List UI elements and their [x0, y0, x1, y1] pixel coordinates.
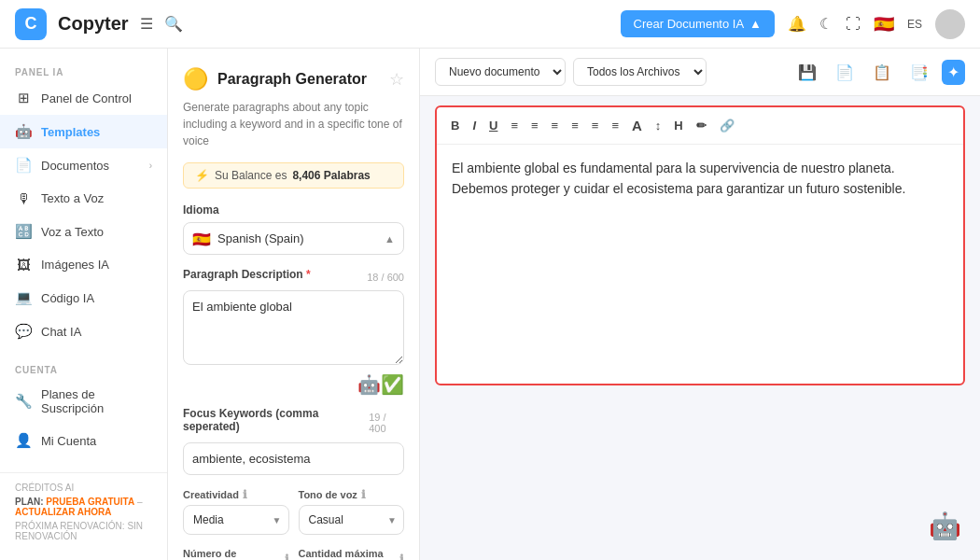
chat-icon: 💬	[15, 323, 32, 340]
logo-name: Copyter	[58, 13, 129, 35]
focus-label: Focus Keywords (comma seperated)	[183, 407, 369, 433]
creatividad-select-wrap: Media ▼	[183, 505, 289, 535]
sidebar-item-chat-ia[interactable]: 💬 Chat IA	[0, 315, 167, 348]
todos-archivos-select[interactable]: Todos los Archivos	[573, 58, 707, 86]
sidebar-item-label: Imágenes IA	[41, 258, 109, 272]
tono-label: Tono de voz ℹ	[299, 488, 405, 501]
duplicate-icon-button[interactable]: 📑	[904, 60, 934, 85]
line-height-button[interactable]: ↕	[651, 116, 666, 135]
sidebar-item-planes[interactable]: 🔧 Planes de Suscripción	[0, 379, 167, 424]
align-right-button[interactable]: ≡	[547, 116, 564, 135]
tono-select-wrap: Casual ▼	[299, 505, 405, 535]
creatividad-field: Creatividad ℹ Media ▼	[183, 488, 289, 535]
heading-button[interactable]: H	[669, 116, 687, 135]
ai-generate-button[interactable]: ✦	[942, 60, 965, 85]
required-star: *	[306, 268, 311, 281]
copy-icon-button[interactable]: 📋	[867, 60, 897, 85]
sidebar-item-label: Planes de Suscripción	[41, 387, 152, 415]
paragraph-field-row: Paragraph Description * 18 / 600	[183, 268, 404, 287]
italic-button[interactable]: I	[468, 116, 481, 135]
sidebar: PANEL IA ⊞ Panel de Control 🤖 Templates …	[0, 49, 168, 560]
user-icon: 👤	[15, 432, 32, 449]
creatividad-select[interactable]: Media	[183, 505, 289, 535]
language-label: ES	[907, 18, 922, 31]
idioma-flag: 🇪🇸	[192, 230, 211, 247]
unordered-list-button[interactable]: ≡	[607, 116, 623, 135]
plan-name[interactable]: PRUEBA GRATUITA	[46, 497, 134, 507]
dark-mode-icon[interactable]: ☾	[819, 15, 833, 33]
image-icon: 🖼	[15, 257, 32, 273]
favorite-star-icon[interactable]: ☆	[389, 69, 404, 90]
sidebar-item-imagenes-ia[interactable]: 🖼 Imágenes IA	[0, 248, 167, 281]
focus-char-count: 19 / 400	[369, 412, 404, 434]
chevron-up-icon: ▲	[749, 17, 762, 31]
sidebar-item-texto-voz[interactable]: 🎙 Texto a Voz	[0, 182, 167, 215]
underline-button[interactable]: U	[484, 116, 502, 135]
sidebar-item-templates[interactable]: 🤖 Templates	[0, 115, 167, 148]
align-center-button[interactable]: ≡	[526, 116, 543, 135]
justify-button[interactable]: ≡	[567, 116, 583, 135]
notifications-icon[interactable]: 🔔	[788, 15, 806, 33]
plan-upgrade-button[interactable]: ACTUALIZAR AHORA	[15, 507, 112, 517]
align-left-button[interactable]: ≡	[506, 116, 523, 135]
ai-badge-wrap: 🤖✅	[183, 373, 404, 396]
chevron-down-icon: ▲	[385, 233, 395, 245]
tono-select[interactable]: Casual	[299, 505, 405, 535]
hamburger-icon[interactable]: ☰	[140, 15, 153, 33]
focus-keywords-input[interactable]	[183, 442, 404, 475]
avatar[interactable]	[935, 9, 965, 39]
crear-documento-button[interactable]: Crear Documento IA ▲	[621, 10, 775, 37]
ai-icon: 🤖	[15, 123, 32, 140]
ordered-list-button[interactable]: ≡	[587, 116, 604, 135]
cantidad-label: Cantidad máxima por resultado ℹ	[299, 548, 405, 560]
sidebar-item-label: Mi Cuenta	[41, 434, 96, 448]
editor-box: B I U ≡ ≡ ≡ ≡ ≡ ≡ A ↕ H ✏	[435, 105, 965, 385]
sidebar-item-label: Documentos	[41, 159, 109, 173]
logo-icon: C	[15, 8, 47, 40]
editor-toolbar: B I U ≡ ≡ ≡ ≡ ≡ ≡ A ↕ H ✏	[437, 107, 963, 145]
tool-description: Generate paragraphs about any topic incl…	[183, 99, 404, 149]
ai-float-icon[interactable]: 🤖	[929, 511, 961, 541]
plan-sep: –	[137, 497, 143, 507]
topnav: C Copyter ☰ 🔍 Crear Documento IA ▲ 🔔 ☾ ⛶…	[0, 0, 980, 49]
right-panel: Nuevo documento Todos los Archivos 💾 📄 📋…	[420, 49, 980, 560]
speech-icon: 🔠	[15, 223, 32, 240]
editor-content[interactable]: El ambiente global es fundamental para l…	[437, 145, 963, 213]
sidebar-item-label: Código IA	[41, 291, 94, 305]
sidebar-section-panel: PANEL IA	[0, 58, 167, 81]
sidebar-item-documentos[interactable]: 📄 Documentos ›	[0, 148, 167, 182]
bold-button[interactable]: B	[446, 116, 464, 135]
link-button[interactable]: 🔗	[715, 116, 739, 135]
idioma-select[interactable]: Spanish (Spain)	[183, 222, 404, 255]
results-row: Número de resultados ℹ Cantidad máxima p…	[183, 548, 404, 560]
paragraph-char-count: 18 / 600	[367, 272, 404, 283]
pen-button[interactable]: ✏	[692, 116, 711, 135]
nuevo-documento-select[interactable]: Nuevo documento	[435, 58, 566, 86]
sidebar-item-codigo-ia[interactable]: 💻 Código IA	[0, 281, 167, 315]
fullscreen-icon[interactable]: ⛶	[846, 16, 861, 33]
plan-info: PLAN: PRUEBA GRATUITA – ACTUALIZAR AHORA	[15, 497, 152, 517]
num-results-field: Número de resultados ℹ	[183, 548, 289, 560]
ai-assist-icon[interactable]: 🤖✅	[357, 373, 404, 396]
sidebar-bottom: CRÉDITOS AI PLAN: PRUEBA GRATUITA – ACTU…	[0, 472, 167, 551]
balance-label: Su Balance es	[215, 169, 287, 182]
sidebar-item-panel-control[interactable]: ⊞ Panel de Control	[0, 81, 167, 115]
right-topbar: Nuevo documento Todos los Archivos 💾 📄 📋…	[420, 49, 980, 96]
info-icon: ℹ	[285, 553, 289, 560]
sidebar-item-voz-texto[interactable]: 🔠 Voz a Texto	[0, 215, 167, 248]
right-panel-wrap: Nuevo documento Todos los Archivos 💾 📄 📋…	[420, 49, 980, 560]
sidebar-item-label: Texto a Voz	[41, 191, 104, 205]
sidebar-item-mi-cuenta[interactable]: 👤 Mi Cuenta	[0, 424, 167, 457]
creatividad-tono-row: Creatividad ℹ Media ▼ Tono de voz ℹ	[183, 488, 404, 535]
font-size-button[interactable]: A	[627, 115, 647, 136]
creatividad-label: Creatividad ℹ	[183, 488, 289, 501]
download-icon-button[interactable]: 📄	[830, 60, 860, 85]
save-icon-button[interactable]: 💾	[792, 60, 822, 85]
sidebar-item-label: Templates	[41, 125, 100, 139]
proxima-renovacion: PRÓXIMA RENOVACIÓN: SIN RENOVACIÓN	[15, 521, 152, 541]
sidebar-section-cuenta: CUENTA	[0, 356, 167, 379]
focus-field-row: Focus Keywords (comma seperated) 19 / 40…	[183, 407, 404, 439]
paragraph-description-input[interactable]: El ambiente global	[183, 290, 404, 365]
search-icon[interactable]: 🔍	[164, 15, 183, 33]
main-content: 🟡 Paragraph Generator ☆ Generate paragra…	[168, 49, 980, 560]
